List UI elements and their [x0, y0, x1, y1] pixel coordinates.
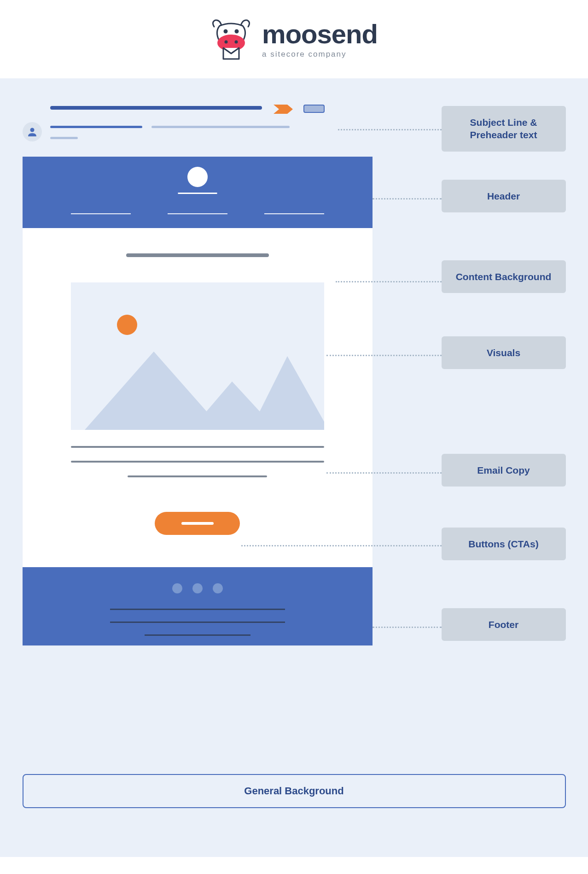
svg-point-5 [30, 128, 34, 132]
date-line-placeholder [50, 137, 78, 139]
moosend-cow-icon [210, 18, 252, 61]
label-visuals: Visuals [442, 336, 566, 369]
header-logo-placeholder [187, 167, 208, 187]
connector-footer [373, 627, 442, 628]
svg-point-0 [224, 30, 227, 33]
header-nav-placeholder [23, 213, 373, 214]
label-footer: Footer [442, 608, 566, 641]
email-footer-section [23, 567, 373, 645]
header-underline [178, 193, 217, 194]
footer-social-icons [23, 583, 373, 593]
body-title-placeholder [126, 253, 269, 257]
preheader-line-placeholder [151, 126, 290, 128]
label-subject-preheader: Subject Line & Preheader text [442, 106, 566, 152]
avatar-icon [23, 122, 42, 141]
email-body-section [23, 228, 373, 567]
label-general-background: General Background [23, 774, 566, 808]
sender-line-placeholder [50, 126, 142, 128]
diagram-stage: Subject Line & Preheader text Header Con… [23, 78, 566, 820]
connector-cta [241, 545, 442, 546]
subject-line-placeholder [50, 106, 262, 110]
footer-line [145, 634, 250, 636]
label-email-copy: Email Copy [442, 454, 566, 487]
label-buttons-cta: Buttons (CTAs) [442, 528, 566, 560]
label-content-background: Content Background [442, 260, 566, 293]
svg-point-1 [235, 30, 238, 33]
label-header: Header [442, 180, 566, 212]
sun-icon [117, 315, 137, 335]
footer-line [110, 622, 285, 623]
email-header-section [23, 157, 373, 228]
brand-bar: moosend a sitecore company [0, 0, 588, 78]
svg-point-3 [225, 40, 228, 43]
brand-name: moosend [262, 21, 378, 47]
email-copy-placeholder [71, 446, 324, 477]
connector-header [373, 198, 442, 199]
connector-content-bg [336, 281, 442, 282]
inbox-chevron-icon [274, 104, 294, 117]
social-dot-icon [192, 583, 203, 593]
svg-point-4 [235, 40, 238, 43]
mountains-icon [71, 338, 324, 430]
brand-tagline: a sitecore company [262, 50, 378, 58]
cta-button-placeholder [155, 512, 240, 535]
connector-copy [326, 472, 442, 474]
page: moosend a sitecore company [0, 0, 588, 857]
social-dot-icon [172, 583, 182, 593]
social-dot-icon [213, 583, 223, 593]
inbox-preview-wireframe [23, 104, 373, 143]
connector-visuals [326, 355, 442, 356]
brand-text: moosend a sitecore company [262, 21, 378, 58]
image-placeholder [71, 282, 324, 430]
inbox-badge-placeholder [303, 105, 325, 113]
email-template-wireframe [23, 157, 373, 645]
brand-logo: moosend a sitecore company [210, 18, 378, 61]
footer-line [110, 609, 285, 610]
connector-subject [338, 129, 442, 130]
diagram-area: Subject Line & Preheader text Header Con… [0, 78, 588, 857]
